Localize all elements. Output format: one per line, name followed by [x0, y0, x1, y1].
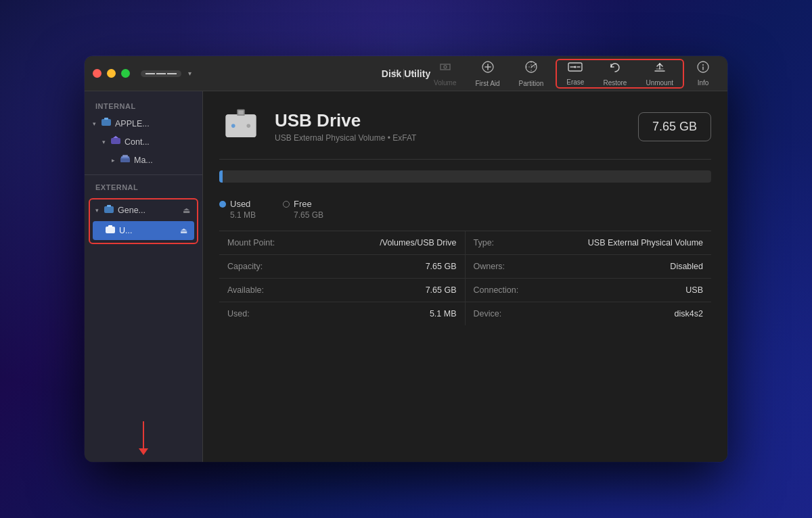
erase-label: Erase	[566, 78, 584, 86]
capacity-bar	[219, 170, 711, 183]
owners-val: Disabled	[670, 262, 703, 271]
chevron-icon: ▾	[95, 207, 99, 214]
svg-marker-9	[113, 136, 118, 138]
info-icon	[696, 60, 710, 77]
unmount-toolbar-item[interactable]: Unmount	[636, 60, 683, 87]
eject-usb-button[interactable]: ⏏	[179, 225, 189, 237]
svg-rect-6	[102, 119, 111, 126]
content-area: Internal ▾ APPLE... ▾	[85, 91, 727, 462]
drive-name: USB Drive	[275, 110, 626, 131]
sidebar-toggle-button[interactable]	[141, 70, 181, 77]
info-label: Info	[698, 79, 709, 87]
svg-rect-14	[107, 205, 111, 207]
mount-key: Mount Point:	[227, 238, 275, 248]
usb-item-label: U...	[119, 226, 175, 235]
external-section: ▾ Gene... ⏏	[89, 198, 198, 244]
disk-icon	[104, 205, 114, 216]
available-key: Available:	[227, 285, 264, 295]
erase-icon	[568, 61, 583, 76]
drive-header: USB Drive USB External Physical Volume •…	[219, 105, 711, 148]
chevron-icon: ▾	[102, 139, 106, 145]
info-row-device: Device: disk4s2	[466, 302, 712, 325]
chevron-icon: ▸	[112, 157, 115, 164]
used-key: Used:	[227, 309, 250, 319]
info-row-capacity: Capacity: 7.65 GB	[219, 255, 465, 279]
connection-val: USB	[685, 285, 703, 295]
restore-label: Restore	[603, 79, 627, 87]
internal-section-label: Internal	[85, 99, 202, 114]
svg-rect-8	[111, 138, 120, 144]
svg-rect-7	[104, 118, 108, 120]
mount-val: /Volumes/USB Drive	[380, 238, 456, 248]
firstaid-icon	[480, 60, 495, 78]
capacity-bar-fill	[219, 170, 223, 183]
used-dot	[219, 201, 226, 208]
svg-point-0	[444, 66, 447, 68]
partition-icon	[524, 60, 539, 78]
used-value: 5.1 MB	[219, 210, 256, 220]
svg-point-5	[702, 64, 704, 66]
volume-icon	[110, 136, 121, 147]
capacity-key: Capacity:	[227, 262, 263, 271]
sidebar-item-cont[interactable]: ▾ Cont...	[85, 133, 202, 151]
sidebar-item-usb[interactable]: U... ⏏	[93, 221, 194, 240]
used-cap-item: Used 5.1 MB	[219, 199, 256, 220]
info-row-type: Type: USB External Physical Volume	[466, 231, 712, 255]
available-val: 7.65 GB	[426, 285, 457, 295]
highlighted-toolbar-group: Erase Restore	[556, 59, 684, 89]
free-label: Free	[294, 199, 312, 209]
eject-gene-button[interactable]: ⏏	[181, 204, 191, 216]
free-value: 7.65 GB	[283, 210, 323, 220]
info-row-owners: Owners: Disabled	[466, 255, 712, 279]
minimize-button[interactable]	[107, 69, 116, 78]
info-row-mount: Mount Point: /Volumes/USB Drive	[219, 231, 465, 255]
close-button[interactable]	[93, 69, 102, 78]
capacity-val: 7.65 GB	[426, 262, 457, 271]
used-val: 5.1 MB	[430, 309, 457, 319]
volume-toolbar-item[interactable]: Volume	[424, 56, 466, 91]
disk-icon	[105, 225, 116, 237]
drive-subtitle: USB External Physical Volume • ExFAT	[275, 133, 626, 143]
free-dot	[283, 201, 290, 208]
restore-toolbar-item[interactable]: Restore	[593, 60, 636, 87]
connection-key: Connection:	[474, 285, 519, 295]
restore-icon	[608, 60, 623, 77]
drive-info: USB Drive USB External Physical Volume •…	[275, 110, 626, 143]
sidebar-item-ma[interactable]: ▸ Ma...	[85, 151, 202, 169]
erase-toolbar-item[interactable]: Erase	[557, 60, 593, 87]
owners-key: Owners:	[474, 262, 505, 271]
firstaid-toolbar-item[interactable]: First Aid	[466, 56, 509, 91]
main-content: USB Drive USB External Physical Volume •…	[203, 91, 727, 462]
maximize-button[interactable]	[121, 69, 130, 78]
drive-size-badge: 7.65 GB	[638, 112, 711, 141]
free-cap-item: Free 7.65 GB	[283, 199, 323, 220]
info-toolbar-item[interactable]: Info	[687, 56, 719, 91]
titlebar: ▾ Disk Utility + | − Volume	[85, 56, 727, 91]
app-window: ▾ Disk Utility + | − Volume	[85, 56, 727, 462]
svg-rect-10	[120, 158, 130, 162]
svg-rect-12	[122, 155, 128, 157]
unmount-label: Unmount	[646, 79, 673, 87]
info-row-connection: Connection: USB	[466, 279, 712, 302]
chevron-icon: ▾	[93, 120, 96, 127]
svg-rect-15	[106, 227, 115, 233]
layer-icon	[120, 154, 131, 166]
device-val: disk4s2	[675, 309, 703, 319]
partition-label: Partition	[519, 80, 544, 87]
app-title: Disk Utility	[382, 68, 430, 79]
unmount-icon	[652, 60, 667, 77]
firstaid-label: First Aid	[475, 80, 499, 87]
svg-point-22	[231, 124, 235, 128]
header-divider	[219, 159, 711, 160]
info-table: Mount Point: /Volumes/USB Drive Capacity…	[219, 231, 711, 325]
device-key: Device:	[474, 309, 502, 319]
info-col-right: Type: USB External Physical Volume Owner…	[466, 231, 712, 325]
partition-toolbar-item[interactable]: Partition	[510, 56, 554, 91]
sidebar-item-apple[interactable]: ▾ APPLE...	[85, 114, 202, 133]
svg-rect-21	[238, 111, 244, 115]
sidebar-item-gene[interactable]: ▾ Gene... ⏏	[90, 201, 197, 220]
svg-point-3	[574, 66, 577, 68]
arrow-indicator	[139, 421, 148, 455]
sidebar-chevron-icon: ▾	[188, 70, 191, 77]
type-val: USB External Physical Volume	[588, 238, 703, 248]
